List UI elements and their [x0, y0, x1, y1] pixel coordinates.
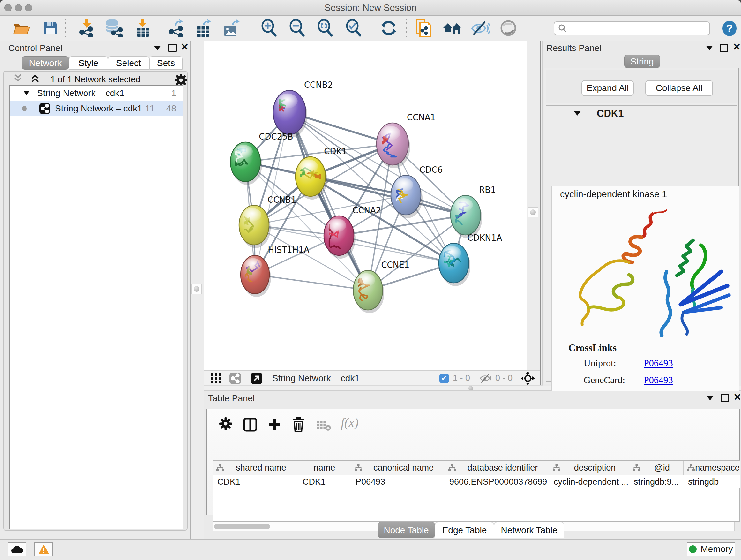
edge-CCNB2-CCNE1[interactable]: [289, 112, 368, 290]
crosslink-value-link[interactable]: P06493: [644, 358, 673, 368]
edge-HIST1H1A-CCNE1[interactable]: [255, 274, 368, 290]
panel-float-icon[interactable]: [720, 44, 728, 52]
node-CDC6[interactable]: CDC6: [391, 165, 443, 218]
network-canvas[interactable]: CCNB2CCNA1CDC25BCDK1CDC6RB1CCNB1CCNA2CDK…: [204, 41, 528, 370]
tab-string[interactable]: String: [624, 55, 660, 68]
panel-float-icon[interactable]: [721, 394, 729, 402]
column-header--id[interactable]: @id: [629, 461, 684, 475]
delete-column-icon[interactable]: [292, 417, 305, 432]
help-button[interactable]: ?: [722, 20, 737, 37]
toggle-graphics-details-button[interactable]: [470, 18, 490, 38]
birds-eye-button[interactable]: [498, 18, 518, 38]
splitter-handle-dot[interactable]: [468, 386, 473, 390]
network-collection-row[interactable]: String Network – cdk1 1: [10, 85, 183, 101]
table-cell[interactable]: stringdb:9...: [629, 475, 684, 489]
column-header-name[interactable]: name: [298, 461, 351, 475]
tab-node-table[interactable]: Node Table: [378, 522, 435, 538]
function-builder-icon: f(x): [341, 415, 359, 430]
search-input[interactable]: [554, 21, 710, 36]
crosslink-value-link[interactable]: P06493: [644, 374, 673, 385]
home-button[interactable]: [443, 18, 462, 38]
export-table-button[interactable]: [194, 18, 214, 38]
import-table-button[interactable]: [132, 18, 152, 38]
table-cell[interactable]: stringdb: [684, 475, 740, 489]
column-header-canonical-name[interactable]: canonical name: [351, 461, 445, 475]
table-cell[interactable]: 9606.ENSP00000378699: [445, 475, 549, 489]
panel-menu-icon[interactable]: [706, 396, 714, 400]
table-cell[interactable]: P06493: [351, 475, 445, 489]
tab-network-table[interactable]: Network Table: [494, 522, 564, 538]
node-CCNA2[interactable]: CCNA2: [324, 206, 381, 259]
left-splitter-handle[interactable]: [192, 284, 202, 294]
table-cell[interactable]: CDK1: [213, 475, 298, 489]
zoom-selected-button[interactable]: [344, 18, 363, 38]
table-row[interactable]: CDK1CDK1P064939606.ENSP00000378699cyclin…: [212, 475, 740, 489]
table-cell[interactable]: cyclin-dependent ...: [549, 475, 629, 489]
expand-all-button[interactable]: Expand All: [582, 80, 634, 96]
edge-CCNA2-CDKN1A[interactable]: [339, 236, 454, 263]
entry-collapse-icon[interactable]: [574, 111, 581, 116]
column-layout-icon[interactable]: [243, 418, 257, 432]
window-title: Session: New Session: [0, 0, 741, 15]
tab-edge-table[interactable]: Edge Table: [435, 522, 494, 538]
control-panel: Control Panel ✕ NetworkStyleSelectSets 1…: [0, 41, 191, 539]
zoom-out-button[interactable]: [287, 18, 307, 38]
tab-style[interactable]: Style: [69, 56, 108, 70]
panel-close-icon[interactable]: ✕: [181, 43, 189, 51]
column-type-icon: [354, 464, 362, 472]
grid-view-icon[interactable]: [211, 373, 221, 384]
panel-close-icon[interactable]: ✕: [733, 393, 741, 401]
node-CCNE1[interactable]: CCNE1: [353, 260, 409, 313]
crosshair-icon[interactable]: [521, 371, 535, 385]
network-view-title: String Network – cdk1: [272, 373, 360, 383]
add-column-icon[interactable]: [267, 418, 281, 432]
node-CDC25B[interactable]: CDC25B: [230, 132, 293, 185]
node-CDKN1A[interactable]: CDKN1A: [439, 233, 502, 286]
zoom-in-button[interactable]: [259, 18, 279, 38]
node-CCNB2[interactable]: CCNB2: [273, 80, 333, 138]
column-header-description[interactable]: description: [549, 461, 629, 475]
share-view-icon[interactable]: [229, 372, 241, 384]
duplicate-network-button[interactable]: [414, 18, 434, 38]
toolbar-separator: [65, 19, 66, 37]
import-network-database-button[interactable]: [104, 18, 124, 38]
export-image-icon: [223, 19, 241, 37]
column-header-shared-name[interactable]: shared name: [213, 461, 298, 475]
panel-menu-icon[interactable]: [706, 46, 713, 50]
import-network-file-button[interactable]: [77, 18, 97, 38]
panel-divider[interactable]: [540, 41, 542, 386]
panel-float-icon[interactable]: [169, 44, 177, 52]
save-session-button[interactable]: [41, 18, 60, 38]
node-label-CCNA1: CCNA1: [407, 113, 435, 122]
memory-button[interactable]: Memory: [687, 542, 735, 556]
node-label-HIST1H1A: HIST1H1A: [268, 245, 310, 255]
network-row-selected[interactable]: String Network – cdk1 11 48: [10, 101, 183, 116]
scrollbar-thumb[interactable]: [214, 524, 270, 529]
node-RB1[interactable]: RB1: [451, 185, 496, 238]
open-file-button[interactable]: [12, 18, 31, 38]
tab-network[interactable]: Network: [22, 56, 69, 70]
panel-menu-icon[interactable]: [154, 46, 161, 50]
tree-expand-icon[interactable]: [23, 91, 29, 95]
right-splitter-handle[interactable]: [528, 207, 538, 217]
collapse-all-button[interactable]: Collapse All: [645, 80, 713, 96]
delete-table-icon: [316, 420, 331, 431]
export-image-button[interactable]: [222, 18, 242, 38]
gear-icon[interactable]: [219, 417, 232, 432]
node-CCNB1[interactable]: CCNB1: [239, 195, 296, 248]
export-network-button[interactable]: [166, 18, 186, 38]
tab-sets[interactable]: Sets: [149, 56, 183, 70]
open-in-window-icon[interactable]: [251, 372, 263, 384]
warning-button[interactable]: [35, 543, 53, 557]
node-HIST1H1A[interactable]: HIST1H1A: [241, 245, 310, 297]
column-header-namespace[interactable]: namespace: [684, 461, 740, 475]
selected-checkbox-icon[interactable]: ✓: [440, 374, 449, 383]
tab-select[interactable]: Select: [108, 56, 149, 70]
zoom-fit-button[interactable]: [315, 18, 335, 38]
node-CCNA1[interactable]: CCNA1: [377, 113, 435, 168]
table-cell[interactable]: CDK1: [298, 475, 351, 489]
column-header-database-identifier[interactable]: database identifier: [445, 461, 549, 475]
refresh-view-button[interactable]: [379, 18, 399, 38]
panel-close-icon[interactable]: ✕: [733, 43, 741, 51]
cloud-button[interactable]: [8, 543, 26, 557]
